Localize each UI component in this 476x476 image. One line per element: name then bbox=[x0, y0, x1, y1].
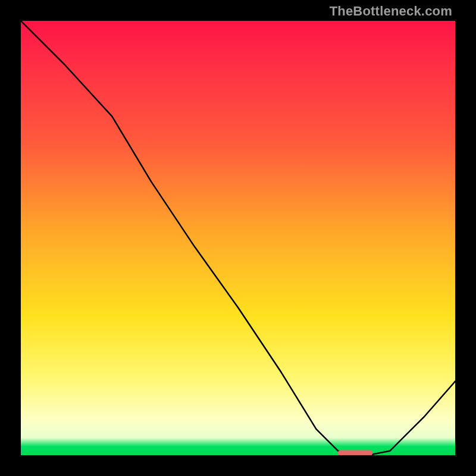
chart-overlay bbox=[21, 21, 455, 455]
plot-area bbox=[21, 21, 455, 455]
bottleneck-curve bbox=[21, 21, 455, 455]
optimal-range-marker bbox=[338, 450, 372, 455]
chart-frame: TheBottleneck.com bbox=[0, 0, 476, 476]
attribution-text: TheBottleneck.com bbox=[330, 4, 452, 19]
